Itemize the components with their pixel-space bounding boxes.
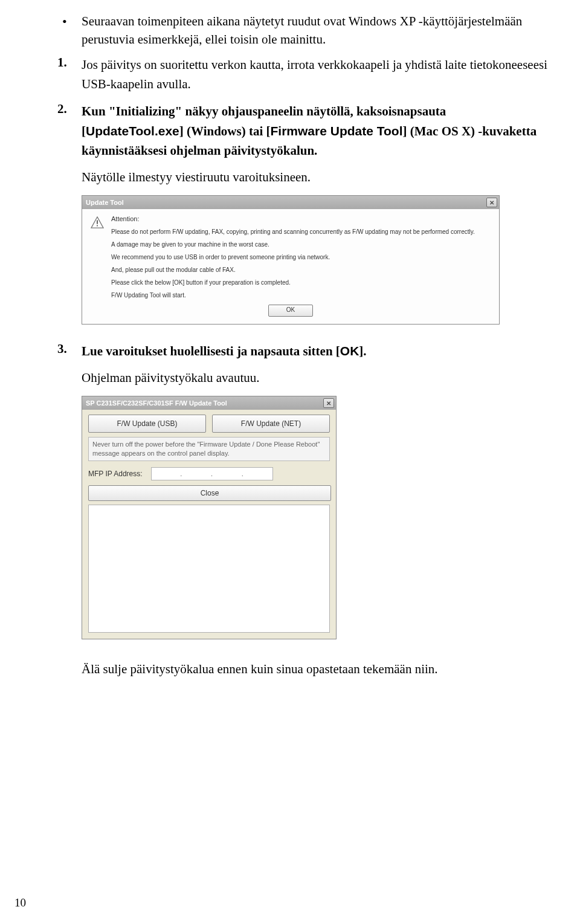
svg-rect-1 [97, 220, 98, 224]
bullet-text: Seuraavan toimenpiteen aikana näytetyt r… [82, 14, 522, 47]
step-3-follow: Ohjelman päivitystyökalu avautuu. [82, 369, 550, 388]
ok-button[interactable]: OK [268, 305, 313, 317]
step-2-tool2: Firmware Update Tool [271, 124, 403, 138]
dialog2-list-area [88, 505, 330, 633]
step-2-mid1: ] (Windows) tai [ [179, 124, 271, 138]
dialog2-button-row: F/W Update (USB) F/W Update (NET) [82, 410, 336, 435]
step-2: 2. Kun "Initializing" näkyy ohjauspaneel… [57, 102, 550, 161]
close-icon[interactable]: ✕ [323, 398, 334, 408]
update-tool-dialog: Update Tool ✕ Attention: Please do not p… [82, 195, 500, 325]
step-1: 1. Jos päivitys on suoritettu verkon kau… [57, 55, 550, 94]
dialog2-message: Never turn off the power before the "Fir… [88, 437, 330, 461]
dialog1-title: Update Tool [86, 199, 124, 206]
page-number: 10 [14, 896, 26, 909]
close-button[interactable]: Close [88, 485, 331, 501]
closing-note: Älä sulje päivitystyökalua ennen kuin si… [82, 660, 550, 679]
dialog1-line-2: We recommend you to use USB in order to … [111, 254, 491, 260]
bullet-note: Seuraavan toimenpiteen aikana näytetyt r… [57, 12, 550, 49]
dialog2-title: SP C231SF/C232SF/C301SF F/W Update Tool [86, 399, 227, 407]
dialog1-line-4: Please click the below [OK] button if yo… [111, 279, 491, 286]
step-3-post: ]. [359, 344, 366, 358]
fw-update-usb-button[interactable]: F/W Update (USB) [88, 415, 206, 433]
dialog1-titlebar: Update Tool ✕ [82, 196, 499, 209]
close-icon[interactable]: ✕ [486, 198, 497, 207]
fw-update-tool-dialog: SP C231SF/C232SF/C301SF F/W Update Tool … [82, 396, 337, 639]
step-3-body: Lue varoitukset huolellisesti ja napsaut… [82, 341, 550, 361]
step-3-pre: Lue varoitukset huolellisesti ja napsaut… [82, 344, 340, 358]
svg-rect-2 [97, 225, 98, 227]
ip-input[interactable]: ... [151, 467, 273, 480]
dialog1-line-1: A damage may be given to your machine in… [111, 241, 491, 248]
step-1-text: Jos päivitys on suoritettu verkon kautta… [82, 57, 547, 92]
dialog1-lines: Please do not perform F/W updating, FAX,… [111, 228, 491, 299]
dialog1-attention: Attention: [111, 215, 139, 222]
dialog1-line-5: F/W Updating Tool will start. [111, 292, 491, 299]
step-3-btn: OK [340, 344, 359, 358]
warning-icon [91, 216, 104, 228]
step-1-body: Jos päivitys on suoritettu verkon kautta… [82, 55, 550, 94]
dialog1-line-0: Please do not perform F/W updating, FAX,… [111, 228, 491, 235]
dialog2-titlebar: SP C231SF/C232SF/C301SF F/W Update Tool … [82, 396, 336, 410]
ip-label: MFP IP Address: [88, 470, 143, 478]
step-3: 3. Lue varoitukset huolellisesti ja naps… [57, 341, 550, 361]
dialog1-body: Attention: Please do not perform F/W upd… [82, 209, 499, 324]
step-3-marker: 3. [57, 341, 67, 357]
dialog1-line-3: And, please pull out the modular cable o… [111, 267, 491, 273]
step-2-marker: 2. [57, 102, 67, 117]
fw-update-net-button[interactable]: F/W Update (NET) [212, 415, 330, 433]
step-1-marker: 1. [57, 55, 67, 70]
step-2-follow: Näytölle ilmestyy viestiruutu varoituksi… [82, 168, 550, 187]
step-2-body: Kun "Initializing" näkyy ohjauspaneelin … [82, 102, 550, 161]
step-2-tool1: UpdateTool.exe [86, 124, 179, 138]
ip-row: MFP IP Address: ... [82, 465, 336, 484]
